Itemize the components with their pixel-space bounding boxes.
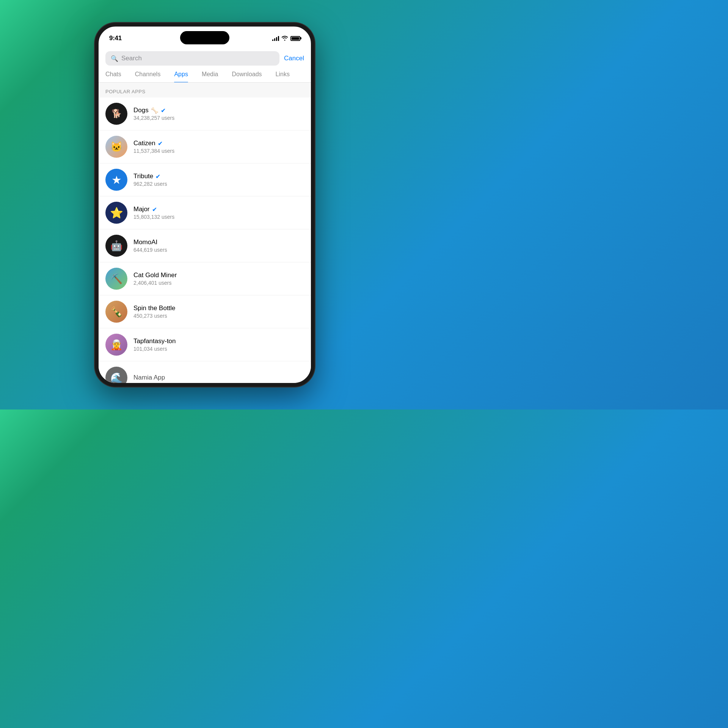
phone-frame: 9:41 🔍 Search Cancel <box>95 23 315 387</box>
status-time: 9:41 <box>109 35 122 42</box>
signal-bar-4 <box>278 36 279 41</box>
list-item[interactable]: ⛏️ Cat Gold Miner 2,406,401 users <box>99 262 311 295</box>
app-info-major: Major ✔ 15,803,132 users <box>133 206 304 220</box>
tab-media[interactable]: Media <box>195 71 225 82</box>
app-name-dogs: Dogs <box>133 107 149 114</box>
search-input[interactable]: 🔍 Search <box>105 51 279 66</box>
app-name-spinthebottle: Spin the Bottle <box>133 304 176 312</box>
app-name-row-major: Major ✔ <box>133 206 304 213</box>
app-name-major: Major <box>133 206 150 213</box>
list-item[interactable]: 🌊 Namia App <box>99 361 311 383</box>
signal-bar-2 <box>274 38 275 41</box>
app-users-tribute: 962,282 users <box>133 181 304 187</box>
app-name-row-dogs: Dogs 🦴 ✔ <box>133 107 304 114</box>
app-icon-tapfantasy: 🧝 <box>105 334 127 356</box>
app-users-tapfantasy: 101,034 users <box>133 346 304 352</box>
cancel-button[interactable]: Cancel <box>284 55 304 62</box>
app-info-tapfantasy: Tapfantasy-ton 101,034 users <box>133 337 304 352</box>
app-name-row-momoai: MomoAI <box>133 238 304 246</box>
list-item[interactable]: 🧝 Tapfantasy-ton 101,034 users <box>99 328 311 361</box>
app-emoji-dogs: 🦴 <box>151 107 158 114</box>
app-icon-spinthebottle: 🍾 <box>105 301 127 323</box>
app-icon-dogs: 🐕 <box>105 103 127 125</box>
tab-chats[interactable]: Chats <box>99 71 128 82</box>
signal-bars-icon <box>272 36 279 41</box>
app-icon-momoai: 🤖 <box>105 235 127 257</box>
app-icon-catizen: 🐱 <box>105 136 127 158</box>
app-name-tapfantasy: Tapfantasy-ton <box>133 337 176 345</box>
signal-bar-3 <box>276 37 277 41</box>
app-icon-major: ⭐ <box>105 202 127 224</box>
verified-badge-dogs: ✔ <box>161 107 166 114</box>
app-users-spinthebottle: 450,273 users <box>133 313 304 319</box>
signal-bar-1 <box>272 39 273 41</box>
tab-channels[interactable]: Channels <box>128 71 168 82</box>
app-info-dogs: Dogs 🦴 ✔ 34,238,257 users <box>133 107 304 121</box>
app-info-namia: Namia App <box>133 374 304 381</box>
list-item[interactable]: ★ Tribute ✔ 962,282 users <box>99 163 311 196</box>
tab-downloads[interactable]: Downloads <box>225 71 268 82</box>
app-name-momoai: MomoAI <box>133 238 157 246</box>
app-name-row-catizen: Catizen ✔ <box>133 140 304 147</box>
app-name-tribute: Tribute <box>133 173 153 180</box>
list-item[interactable]: 🍾 Spin the Bottle 450,273 users <box>99 295 311 328</box>
app-name-row-spinthebottle: Spin the Bottle <box>133 304 304 312</box>
app-users-momoai: 644,619 users <box>133 247 304 253</box>
app-icon-tribute: ★ <box>105 169 127 191</box>
verified-badge-catizen: ✔ <box>158 140 163 147</box>
section-header: POPULAR APPS <box>99 83 311 97</box>
app-users-catizen: 11,537,384 users <box>133 148 304 154</box>
app-info-momoai: MomoAI 644,619 users <box>133 238 304 253</box>
svg-text:🐕: 🐕 <box>111 108 122 119</box>
app-name-namia: Namia App <box>133 374 165 381</box>
wifi-icon <box>281 35 288 42</box>
app-name-catgold: Cat Gold Miner <box>133 271 177 279</box>
search-placeholder: Search <box>121 55 142 62</box>
app-info-spinthebottle: Spin the Bottle 450,273 users <box>133 304 304 319</box>
app-info-tribute: Tribute ✔ 962,282 users <box>133 173 304 187</box>
app-icon-catgold: ⛏️ <box>105 268 127 290</box>
verified-badge-tribute: ✔ <box>155 173 160 180</box>
list-item[interactable]: 🤖 MomoAI 644,619 users <box>99 229 311 262</box>
tab-links[interactable]: Links <box>269 71 297 82</box>
list-item[interactable]: ⭐ Major ✔ 15,803,132 users <box>99 196 311 229</box>
app-name-catizen: Catizen <box>133 140 155 147</box>
app-name-row-tapfantasy: Tapfantasy-ton <box>133 337 304 345</box>
app-name-row-tribute: Tribute ✔ <box>133 173 304 180</box>
list-item[interactable]: 🐱 Catizen ✔ 11,537,384 users <box>99 130 311 163</box>
search-bar-area: 🔍 Search Cancel <box>99 47 311 66</box>
list-item[interactable]: 🐕 Dogs 🦴 ✔ 34,238,257 users <box>99 97 311 130</box>
apps-list: 🐕 Dogs 🦴 ✔ 34,238,257 users 🐱 <box>99 97 311 383</box>
tabs-bar: Chats Channels Apps Media Downloads Link… <box>99 66 311 83</box>
app-users-catgold: 2,406,401 users <box>133 280 304 286</box>
verified-badge-major: ✔ <box>152 206 157 213</box>
search-icon: 🔍 <box>111 55 118 62</box>
app-info-catizen: Catizen ✔ 11,537,384 users <box>133 140 304 154</box>
dynamic-island <box>180 31 229 44</box>
phone-content: 🔍 Search Cancel Chats Channels Apps Medi… <box>99 47 311 383</box>
app-info-catgold: Cat Gold Miner 2,406,401 users <box>133 271 304 286</box>
status-icons <box>272 35 300 42</box>
battery-fill <box>292 37 299 40</box>
app-icon-namia: 🌊 <box>105 367 127 383</box>
battery-icon <box>290 36 300 41</box>
app-name-row-namia: Namia App <box>133 374 304 381</box>
app-users-dogs: 34,238,257 users <box>133 115 304 121</box>
app-name-row-catgold: Cat Gold Miner <box>133 271 304 279</box>
app-users-major: 15,803,132 users <box>133 214 304 220</box>
tab-apps[interactable]: Apps <box>167 71 195 82</box>
